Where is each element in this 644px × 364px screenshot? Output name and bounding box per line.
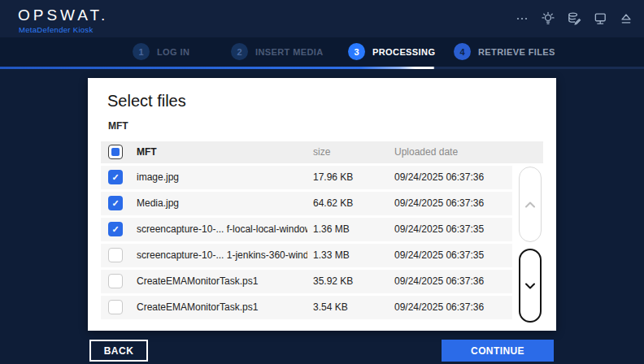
file-name: screencapture-10-... f-local-local-windo…	[137, 218, 307, 241]
media-group-label: MFT	[108, 120, 128, 132]
file-date: 09/24/2025 06:37:35	[394, 244, 484, 267]
step-3-label: PROCESSING	[372, 47, 435, 57]
file-name: screencapture-10-... 1-jenkins-360-windo…	[137, 244, 307, 267]
file-date: 09/24/2025 06:37:35	[394, 218, 484, 241]
header-status-icons	[514, 9, 634, 28]
more-icon[interactable]	[514, 11, 530, 27]
product-name: MetaDefender Kiosk	[19, 25, 93, 34]
row-checkbox[interactable]: ✓	[108, 196, 123, 210]
step-processing: 3 PROCESSING	[348, 43, 435, 60]
progress-bar	[0, 67, 644, 69]
continue-button[interactable]: CONTINUE	[442, 340, 554, 362]
column-header-size: size	[313, 141, 330, 163]
row-checkbox[interactable]	[108, 248, 123, 262]
step-retrieve-files: 4 RETRIEVE FILES	[454, 43, 555, 60]
database-update-icon[interactable]	[566, 11, 582, 27]
step-3-number: 3	[348, 43, 365, 60]
step-4-number: 4	[454, 43, 471, 60]
app-header: OPSWAT. MetaDefender Kiosk	[0, 0, 644, 37]
file-date: 09/24/2025 06:37:36	[394, 166, 484, 189]
table-row[interactable]: ✓ image.jpg 17.96 KB 09/24/2025 06:37:36	[101, 166, 512, 189]
file-size: 1.33 MB	[313, 244, 350, 267]
file-name: CreateEMAMonitorTask.ps1	[137, 296, 307, 319]
select-all-checkbox[interactable]	[108, 145, 123, 159]
file-name: CreateEMAMonitorTask.ps1	[137, 270, 307, 293]
file-name: Media.jpg	[137, 192, 307, 215]
step-1-label: LOG IN	[157, 47, 189, 57]
column-header-date: Uploaded date	[394, 141, 458, 163]
file-date: 09/24/2025 06:37:36	[394, 192, 484, 215]
row-checkbox[interactable]: ✓	[108, 170, 123, 184]
step-log-in: 1 LOG IN	[133, 43, 189, 60]
row-checkbox[interactable]	[108, 300, 123, 314]
file-date: 09/24/2025 06:37:36	[394, 270, 484, 293]
table-header: MFT size Uploaded date	[101, 141, 543, 163]
table-row[interactable]: CreateEMAMonitorTask.ps1 35.92 KB 09/24/…	[101, 270, 512, 293]
select-files-panel: Select files MFT MFT size Uploaded date …	[88, 78, 556, 331]
step-4-label: RETRIEVE FILES	[478, 47, 555, 57]
opswat-logo: OPSWAT.	[18, 6, 108, 24]
chevron-down-icon	[524, 279, 537, 293]
chevron-up-icon	[524, 197, 537, 212]
row-checkbox[interactable]	[108, 274, 123, 288]
file-size: 3.54 KB	[313, 296, 348, 319]
table-row[interactable]: screencapture-10-... 1-jenkins-360-windo…	[101, 244, 512, 267]
file-size: 64.62 KB	[313, 192, 353, 215]
step-1-number: 1	[133, 43, 150, 60]
step-2-number: 2	[231, 43, 248, 60]
file-size: 1.36 MB	[313, 218, 350, 241]
table-row[interactable]: CreateEMAMonitorTask.ps1 3.54 KB 09/24/2…	[101, 296, 512, 319]
table-row[interactable]: ✓ screencapture-10-... f-local-local-win…	[101, 218, 512, 241]
table-row[interactable]: ✓ Media.jpg 64.62 KB 09/24/2025 06:37:36	[101, 192, 512, 215]
step-insert-media: 2 INSERT MEDIA	[231, 43, 324, 60]
step-navigation: 1 LOG IN 2 INSERT MEDIA 3 PROCESSING 4 R…	[0, 37, 644, 67]
row-checkbox[interactable]: ✓	[108, 222, 123, 236]
file-rows: ✓ image.jpg 17.96 KB 09/24/2025 06:37:36…	[101, 166, 512, 322]
column-header-name: MFT	[137, 141, 157, 163]
file-name: image.jpg	[137, 166, 307, 189]
file-size: 17.96 KB	[313, 166, 353, 189]
page-title: Select files	[107, 92, 186, 110]
step-2-label: INSERT MEDIA	[255, 47, 324, 57]
scroll-up-button[interactable]	[519, 167, 542, 242]
back-button[interactable]: BACK	[89, 340, 148, 362]
eject-icon[interactable]	[618, 11, 634, 27]
file-date: 09/24/2025 06:37:36	[394, 296, 484, 319]
scan-bulb-icon[interactable]	[540, 11, 556, 27]
scroll-down-button[interactable]	[519, 249, 542, 323]
file-size: 35.92 KB	[313, 270, 353, 293]
monitor-icon[interactable]	[592, 11, 608, 27]
